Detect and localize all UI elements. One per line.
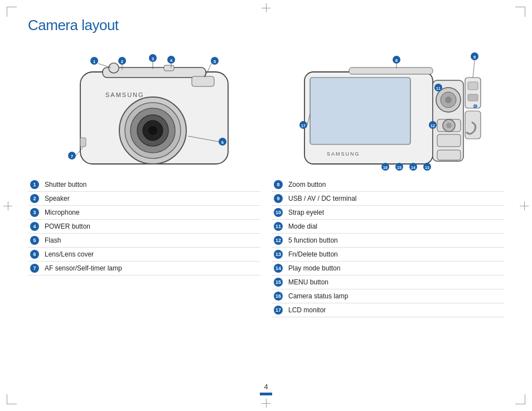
label-num: 3 <box>28 206 42 220</box>
svg-rect-46 <box>349 67 433 74</box>
label-text: Strap eyelet <box>286 206 504 220</box>
list-item: 12 5 function button <box>272 234 504 248</box>
camera-back-image: SAMSUNG <box>293 44 483 172</box>
list-item: 8 Zoom button <box>272 178 504 192</box>
label-text: Play mode button <box>286 262 504 275</box>
label-text: AF sensor/Self-timer lamp <box>42 262 260 275</box>
svg-point-45 <box>446 123 452 128</box>
num-circle: 1 <box>30 180 39 189</box>
svg-text:SAMSUNG: SAMSUNG <box>327 151 360 157</box>
list-item: 2 Speaker <box>28 192 260 206</box>
label-text: Fn/Delete button <box>286 248 504 262</box>
label-text: Zoom button <box>286 178 504 192</box>
svg-text:7: 7 <box>70 154 73 159</box>
num-circle: 6 <box>30 250 39 259</box>
corner-tl <box>7 7 17 17</box>
num-circle: 7 <box>30 264 39 273</box>
svg-text:9: 9 <box>473 55 476 60</box>
svg-text:SAMSUNG: SAMSUNG <box>105 91 144 98</box>
svg-text:12: 12 <box>431 124 435 128</box>
list-item: 6 Lens/Lens cover <box>28 248 260 262</box>
num-circle: 14 <box>274 264 283 273</box>
label-text: Camera status lamp <box>286 289 504 303</box>
svg-text:6: 6 <box>221 140 224 145</box>
num-circle: 8 <box>274 180 283 189</box>
svg-rect-51 <box>468 82 478 90</box>
svg-point-8 <box>148 126 157 135</box>
num-circle: 17 <box>274 306 283 315</box>
svg-text:3: 3 <box>151 56 154 61</box>
label-num: 11 <box>272 220 286 234</box>
svg-text:⑩: ⑩ <box>473 104 477 109</box>
svg-text:2: 2 <box>120 59 123 64</box>
page-number-block: 4 <box>260 383 272 395</box>
crosshair-left <box>3 201 12 210</box>
left-labels-table: 1 Shutter button 2 Speaker 3 Microphone … <box>28 178 260 275</box>
label-text: LCD monitor <box>286 303 504 317</box>
num-circle: 2 <box>30 194 39 203</box>
label-num: 9 <box>272 192 286 206</box>
crosshair-bottom <box>262 399 270 408</box>
page-number-bar <box>260 393 272 395</box>
list-item: 10 Strap eyelet <box>272 206 504 220</box>
list-item: 5 Flash <box>28 234 260 248</box>
num-circle: 9 <box>274 194 283 203</box>
list-item: 1 Shutter button <box>28 178 260 192</box>
label-num: 16 <box>272 289 286 303</box>
svg-text:16: 16 <box>383 166 388 170</box>
page-container: Camera layout SAMSUNG <box>0 0 532 411</box>
label-text: Flash <box>42 234 260 248</box>
label-num: 1 <box>28 178 42 192</box>
num-circle: 16 <box>274 292 283 301</box>
num-circle: 10 <box>274 208 283 217</box>
svg-text:14: 14 <box>411 166 415 170</box>
right-column: SAMSUNG <box>272 44 504 317</box>
num-circle: 12 <box>274 236 283 245</box>
label-num: 17 <box>272 303 286 317</box>
num-circle: 4 <box>30 222 39 231</box>
label-num: 15 <box>272 275 286 289</box>
label-text: Shutter button <box>42 178 260 192</box>
list-item: 17 LCD monitor <box>272 303 504 317</box>
svg-rect-43 <box>437 150 461 160</box>
list-item: 3 Microphone <box>28 206 260 220</box>
svg-point-40 <box>445 96 452 103</box>
label-num: 7 <box>28 262 42 275</box>
content-area: SAMSUNG 1 <box>28 44 504 317</box>
svg-rect-42 <box>437 134 461 147</box>
num-circle: 5 <box>30 236 39 245</box>
svg-text:1: 1 <box>93 59 95 64</box>
svg-rect-52 <box>468 94 478 101</box>
svg-text:17: 17 <box>301 124 306 128</box>
label-num: 5 <box>28 234 42 248</box>
svg-rect-9 <box>192 76 214 86</box>
label-num: 14 <box>272 262 286 275</box>
svg-point-10 <box>109 63 119 73</box>
left-column: SAMSUNG 1 <box>28 44 260 317</box>
corner-tr <box>515 7 525 17</box>
label-num: 6 <box>28 248 42 262</box>
svg-text:8: 8 <box>395 58 398 63</box>
crosshair-right <box>520 201 529 210</box>
label-text: MENU button <box>286 275 504 289</box>
corner-bl <box>7 394 17 404</box>
label-num: 13 <box>272 248 286 262</box>
list-item: 16 Camera status lamp <box>272 289 504 303</box>
label-num: 4 <box>28 220 42 234</box>
svg-text:5: 5 <box>213 59 216 64</box>
svg-rect-56 <box>465 111 481 139</box>
list-item: 11 Mode dial <box>272 220 504 234</box>
list-item: 14 Play mode button <box>272 262 504 275</box>
num-circle: 15 <box>274 278 283 287</box>
right-labels-table: 8 Zoom button 9 USB / AV / DC terminal 1… <box>272 178 504 317</box>
svg-text:11: 11 <box>436 86 441 90</box>
svg-rect-20 <box>164 65 174 71</box>
svg-text:13: 13 <box>425 166 429 170</box>
label-num: 10 <box>272 206 286 220</box>
label-text: POWER button <box>42 220 260 234</box>
label-text: USB / AV / DC terminal <box>286 192 504 206</box>
num-circle: 3 <box>30 208 39 217</box>
page-number-text: 4 <box>264 383 268 391</box>
svg-text:4: 4 <box>170 58 172 63</box>
label-num: 8 <box>272 178 286 192</box>
